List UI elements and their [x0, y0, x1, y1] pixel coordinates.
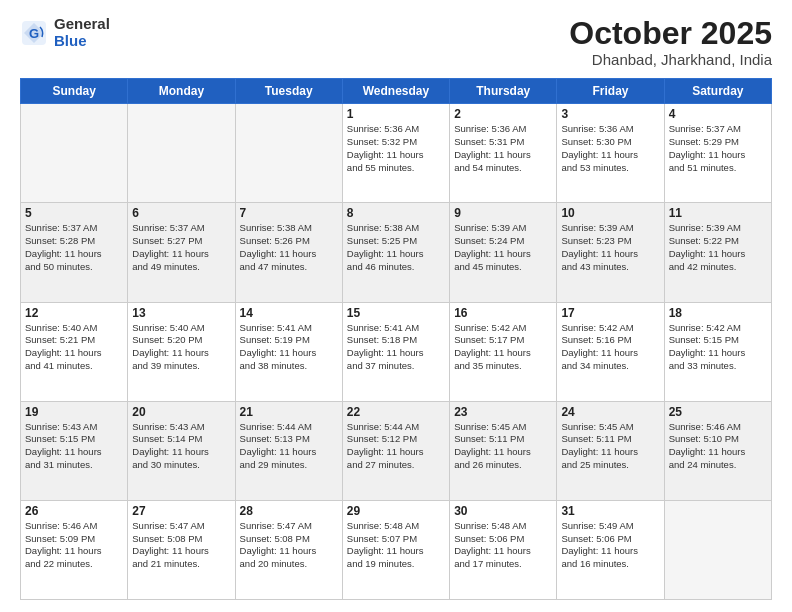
logo-blue-text: Blue: [54, 33, 110, 50]
week-row-2: 12Sunrise: 5:40 AM Sunset: 5:21 PM Dayli…: [21, 302, 772, 401]
day-info: Sunrise: 5:45 AM Sunset: 5:11 PM Dayligh…: [454, 421, 552, 472]
header-wednesday: Wednesday: [342, 79, 449, 104]
day-number: 15: [347, 306, 445, 320]
calendar-cell: 1Sunrise: 5:36 AM Sunset: 5:32 PM Daylig…: [342, 104, 449, 203]
calendar-cell: 12Sunrise: 5:40 AM Sunset: 5:21 PM Dayli…: [21, 302, 128, 401]
day-info: Sunrise: 5:47 AM Sunset: 5:08 PM Dayligh…: [240, 520, 338, 571]
header-sunday: Sunday: [21, 79, 128, 104]
header-thursday: Thursday: [450, 79, 557, 104]
day-number: 14: [240, 306, 338, 320]
week-row-1: 5Sunrise: 5:37 AM Sunset: 5:28 PM Daylig…: [21, 203, 772, 302]
calendar-cell: [21, 104, 128, 203]
day-number: 2: [454, 107, 552, 121]
title-location: Dhanbad, Jharkhand, India: [569, 51, 772, 68]
page: G General Blue October 2025 Dhanbad, Jha…: [0, 0, 792, 612]
day-info: Sunrise: 5:42 AM Sunset: 5:15 PM Dayligh…: [669, 322, 767, 373]
day-info: Sunrise: 5:36 AM Sunset: 5:31 PM Dayligh…: [454, 123, 552, 174]
day-number: 10: [561, 206, 659, 220]
calendar-cell: 25Sunrise: 5:46 AM Sunset: 5:10 PM Dayli…: [664, 401, 771, 500]
day-number: 25: [669, 405, 767, 419]
calendar-cell: 8Sunrise: 5:38 AM Sunset: 5:25 PM Daylig…: [342, 203, 449, 302]
day-info: Sunrise: 5:43 AM Sunset: 5:14 PM Dayligh…: [132, 421, 230, 472]
calendar-cell: 22Sunrise: 5:44 AM Sunset: 5:12 PM Dayli…: [342, 401, 449, 500]
day-number: 6: [132, 206, 230, 220]
day-info: Sunrise: 5:37 AM Sunset: 5:29 PM Dayligh…: [669, 123, 767, 174]
day-info: Sunrise: 5:39 AM Sunset: 5:23 PM Dayligh…: [561, 222, 659, 273]
calendar-cell: 3Sunrise: 5:36 AM Sunset: 5:30 PM Daylig…: [557, 104, 664, 203]
day-info: Sunrise: 5:47 AM Sunset: 5:08 PM Dayligh…: [132, 520, 230, 571]
header-friday: Friday: [557, 79, 664, 104]
logo: G General Blue: [20, 16, 110, 49]
header-saturday: Saturday: [664, 79, 771, 104]
day-info: Sunrise: 5:48 AM Sunset: 5:07 PM Dayligh…: [347, 520, 445, 571]
svg-text:G: G: [29, 26, 39, 41]
day-number: 4: [669, 107, 767, 121]
day-number: 7: [240, 206, 338, 220]
day-number: 5: [25, 206, 123, 220]
day-info: Sunrise: 5:39 AM Sunset: 5:24 PM Dayligh…: [454, 222, 552, 273]
header-monday: Monday: [128, 79, 235, 104]
calendar-cell: 6Sunrise: 5:37 AM Sunset: 5:27 PM Daylig…: [128, 203, 235, 302]
title-block: October 2025 Dhanbad, Jharkhand, India: [569, 16, 772, 68]
day-number: 12: [25, 306, 123, 320]
calendar-cell: 2Sunrise: 5:36 AM Sunset: 5:31 PM Daylig…: [450, 104, 557, 203]
day-number: 16: [454, 306, 552, 320]
day-info: Sunrise: 5:41 AM Sunset: 5:18 PM Dayligh…: [347, 322, 445, 373]
day-info: Sunrise: 5:38 AM Sunset: 5:26 PM Dayligh…: [240, 222, 338, 273]
calendar-cell: 15Sunrise: 5:41 AM Sunset: 5:18 PM Dayli…: [342, 302, 449, 401]
calendar-cell: 31Sunrise: 5:49 AM Sunset: 5:06 PM Dayli…: [557, 500, 664, 599]
calendar-cell: 26Sunrise: 5:46 AM Sunset: 5:09 PM Dayli…: [21, 500, 128, 599]
day-number: 27: [132, 504, 230, 518]
day-info: Sunrise: 5:38 AM Sunset: 5:25 PM Dayligh…: [347, 222, 445, 273]
day-number: 8: [347, 206, 445, 220]
header: G General Blue October 2025 Dhanbad, Jha…: [20, 16, 772, 68]
day-number: 28: [240, 504, 338, 518]
day-info: Sunrise: 5:43 AM Sunset: 5:15 PM Dayligh…: [25, 421, 123, 472]
day-info: Sunrise: 5:42 AM Sunset: 5:16 PM Dayligh…: [561, 322, 659, 373]
title-month: October 2025: [569, 16, 772, 51]
day-number: 22: [347, 405, 445, 419]
day-info: Sunrise: 5:49 AM Sunset: 5:06 PM Dayligh…: [561, 520, 659, 571]
logo-icon: G: [20, 19, 48, 47]
calendar-cell: [664, 500, 771, 599]
calendar-cell: 5Sunrise: 5:37 AM Sunset: 5:28 PM Daylig…: [21, 203, 128, 302]
day-number: 19: [25, 405, 123, 419]
day-info: Sunrise: 5:44 AM Sunset: 5:12 PM Dayligh…: [347, 421, 445, 472]
day-number: 9: [454, 206, 552, 220]
calendar-cell: [235, 104, 342, 203]
calendar-cell: 21Sunrise: 5:44 AM Sunset: 5:13 PM Dayli…: [235, 401, 342, 500]
calendar-cell: 10Sunrise: 5:39 AM Sunset: 5:23 PM Dayli…: [557, 203, 664, 302]
header-tuesday: Tuesday: [235, 79, 342, 104]
calendar-cell: 24Sunrise: 5:45 AM Sunset: 5:11 PM Dayli…: [557, 401, 664, 500]
day-info: Sunrise: 5:46 AM Sunset: 5:09 PM Dayligh…: [25, 520, 123, 571]
logo-text: General Blue: [54, 16, 110, 49]
day-number: 21: [240, 405, 338, 419]
day-info: Sunrise: 5:36 AM Sunset: 5:32 PM Dayligh…: [347, 123, 445, 174]
day-number: 30: [454, 504, 552, 518]
day-number: 18: [669, 306, 767, 320]
day-number: 17: [561, 306, 659, 320]
day-info: Sunrise: 5:44 AM Sunset: 5:13 PM Dayligh…: [240, 421, 338, 472]
calendar-cell: 23Sunrise: 5:45 AM Sunset: 5:11 PM Dayli…: [450, 401, 557, 500]
calendar-cell: 4Sunrise: 5:37 AM Sunset: 5:29 PM Daylig…: [664, 104, 771, 203]
day-number: 11: [669, 206, 767, 220]
calendar-cell: 7Sunrise: 5:38 AM Sunset: 5:26 PM Daylig…: [235, 203, 342, 302]
day-info: Sunrise: 5:37 AM Sunset: 5:27 PM Dayligh…: [132, 222, 230, 273]
logo-general-text: General: [54, 16, 110, 33]
day-number: 29: [347, 504, 445, 518]
week-row-0: 1Sunrise: 5:36 AM Sunset: 5:32 PM Daylig…: [21, 104, 772, 203]
calendar-cell: 27Sunrise: 5:47 AM Sunset: 5:08 PM Dayli…: [128, 500, 235, 599]
calendar-cell: 28Sunrise: 5:47 AM Sunset: 5:08 PM Dayli…: [235, 500, 342, 599]
calendar-table: Sunday Monday Tuesday Wednesday Thursday…: [20, 78, 772, 600]
day-number: 13: [132, 306, 230, 320]
day-info: Sunrise: 5:39 AM Sunset: 5:22 PM Dayligh…: [669, 222, 767, 273]
calendar-cell: 19Sunrise: 5:43 AM Sunset: 5:15 PM Dayli…: [21, 401, 128, 500]
calendar-cell: 9Sunrise: 5:39 AM Sunset: 5:24 PM Daylig…: [450, 203, 557, 302]
calendar-cell: 20Sunrise: 5:43 AM Sunset: 5:14 PM Dayli…: [128, 401, 235, 500]
day-number: 23: [454, 405, 552, 419]
day-number: 1: [347, 107, 445, 121]
day-info: Sunrise: 5:48 AM Sunset: 5:06 PM Dayligh…: [454, 520, 552, 571]
day-info: Sunrise: 5:36 AM Sunset: 5:30 PM Dayligh…: [561, 123, 659, 174]
day-info: Sunrise: 5:46 AM Sunset: 5:10 PM Dayligh…: [669, 421, 767, 472]
day-number: 31: [561, 504, 659, 518]
